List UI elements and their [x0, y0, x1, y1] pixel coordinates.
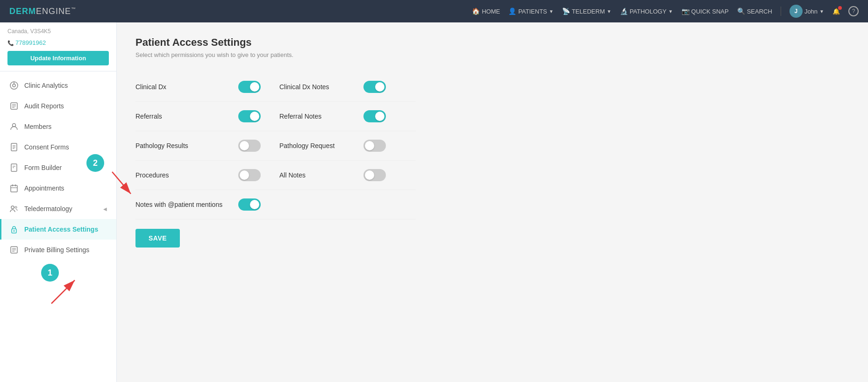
- pathology-icon: 🔬: [620, 7, 628, 15]
- nav-telederm-label: TELEDERM: [572, 8, 605, 15]
- sidebar-private-billing-settings-label: Private Billing Settings: [24, 246, 89, 254]
- all-notes-label: All Notes: [279, 171, 363, 179]
- settings-row-pathology: Pathology Results Pathology Request: [135, 131, 416, 161]
- brand-bold: DERM: [9, 7, 36, 16]
- sidebar-consent-forms-label: Consent Forms: [24, 143, 69, 151]
- nav-pathology-label: PATHOLOGY: [630, 8, 667, 15]
- sidebar-item-consent-forms[interactable]: Consent Forms: [0, 137, 116, 157]
- notifications-button[interactable]: 🔔: [832, 8, 840, 15]
- nav-divider: [781, 7, 781, 16]
- main-content: Patient Access Settings Select which per…: [117, 22, 868, 382]
- sidebar-item-members[interactable]: Members: [0, 116, 116, 137]
- nav-home-label: HOME: [482, 8, 500, 15]
- pathology-request-slider: [363, 140, 386, 152]
- home-icon: 🏠: [472, 7, 480, 15]
- svg-point-22: [14, 230, 15, 232]
- patient-access-settings-icon: [9, 225, 19, 234]
- private-billing-settings-icon: [9, 245, 19, 255]
- pathology-request-knob: [365, 141, 374, 150]
- sidebar-members-label: Members: [24, 123, 51, 130]
- sidebar-form-builder-label: Form Builder: [24, 164, 62, 171]
- update-information-button[interactable]: Update Information: [7, 51, 109, 65]
- sidebar-collapse-handle[interactable]: ◀: [116, 193, 117, 212]
- page-layout: Canada, V3S4K5 778991962 Update Informat…: [0, 22, 868, 382]
- appointments-icon: [9, 184, 19, 193]
- sidebar-item-teledermatology[interactable]: Teledermatology ◀: [0, 198, 116, 219]
- referrals-toggle[interactable]: [238, 110, 261, 122]
- help-button[interactable]: ?: [848, 6, 859, 16]
- search-icon: 🔍: [737, 7, 745, 15]
- procedures-toggle[interactable]: [238, 169, 261, 181]
- referrals-slider: [238, 110, 261, 122]
- pathology-results-toggle[interactable]: [238, 140, 261, 152]
- referral-notes-label: Referral Notes: [279, 113, 363, 120]
- sidebar-appointments-label: Appointments: [24, 184, 64, 192]
- clinical-dx-toggle[interactable]: [238, 81, 261, 93]
- consent-forms-icon: [9, 142, 19, 152]
- sidebar-teledermatology-label: Teledermatology: [24, 205, 72, 212]
- clinical-dx-notes-toggle[interactable]: [363, 81, 386, 93]
- sidebar-item-clinic-analytics[interactable]: Clinic Analytics: [0, 75, 116, 96]
- help-icon: ?: [848, 6, 859, 16]
- audit-reports-icon: [9, 101, 19, 111]
- clinical-dx-notes-label: Clinical Dx Notes: [279, 83, 363, 91]
- telederm-icon: 📡: [562, 7, 570, 15]
- pathology-results-knob: [240, 141, 249, 150]
- clinical-dx-notes-slider: [363, 81, 386, 93]
- svg-point-19: [11, 206, 14, 209]
- pathology-results-label: Pathology Results: [135, 142, 238, 149]
- referrals-label: Referrals: [135, 113, 238, 120]
- notes-mentions-label: Notes with @patient mentions: [135, 201, 238, 208]
- brand-light: ENGINE: [36, 7, 71, 16]
- settings-container: Clinical Dx Clinical Dx Notes Referrals: [135, 72, 416, 248]
- sidebar-item-private-billing-settings[interactable]: Private Billing Settings: [0, 240, 116, 260]
- pathology-results-slider: [238, 140, 261, 152]
- clinical-dx-slider: [238, 81, 261, 93]
- svg-rect-15: [11, 185, 17, 192]
- sidebar-item-form-builder[interactable]: Form Builder: [0, 157, 116, 178]
- sidebar-clinic-analytics-label: Clinic Analytics: [24, 82, 68, 89]
- sidebar-patient-access-settings-label: Patient Access Settings: [24, 226, 98, 233]
- page-title: Patient Access Settings: [135, 36, 849, 49]
- sidebar-nav: Clinic Analytics Audit Reports Members C…: [0, 71, 116, 264]
- user-avatar: J: [790, 5, 803, 18]
- top-navigation: DERMENGINE™ 🏠 HOME 👤 PATIENTS ▼ 📡 TELEDE…: [0, 0, 868, 22]
- notes-mentions-knob: [250, 200, 259, 209]
- all-notes-knob: [365, 170, 374, 180]
- teledermatology-icon: [9, 204, 19, 213]
- procedures-label: Procedures: [135, 171, 238, 179]
- notification-badge: [838, 6, 842, 10]
- clinic-analytics-icon: [9, 81, 19, 90]
- nav-search[interactable]: 🔍 SEARCH: [737, 7, 772, 15]
- topnav-right-group: 🏠 HOME 👤 PATIENTS ▼ 📡 TELEDERM ▼ 🔬 PATHO…: [472, 5, 859, 18]
- all-notes-slider: [363, 169, 386, 181]
- all-notes-toggle[interactable]: [363, 169, 386, 181]
- nav-pathology[interactable]: 🔬 PATHOLOGY ▼: [620, 7, 673, 15]
- save-button[interactable]: SAVE: [135, 229, 180, 248]
- clinical-dx-notes-knob: [375, 82, 384, 92]
- sidebar: Canada, V3S4K5 778991962 Update Informat…: [0, 22, 117, 382]
- pathology-request-label: Pathology Request: [279, 142, 363, 149]
- quicksnap-icon: 📷: [682, 7, 690, 15]
- nav-patients-label: PATIENTS: [518, 8, 547, 15]
- settings-row-referrals: Referrals Referral Notes: [135, 102, 416, 131]
- sidebar-item-audit-reports[interactable]: Audit Reports: [0, 96, 116, 116]
- procedures-slider: [238, 169, 261, 181]
- user-menu[interactable]: J John ▼: [790, 5, 824, 18]
- teledermatology-caret-icon: ◀: [103, 206, 107, 212]
- nav-patients[interactable]: 👤 PATIENTS ▼: [508, 7, 554, 15]
- referral-notes-toggle[interactable]: [363, 110, 386, 122]
- nav-quicksnap[interactable]: 📷 QUICK SNAP: [682, 7, 729, 15]
- user-caret-icon: ▼: [819, 9, 824, 14]
- nav-quicksnap-label: QUICK SNAP: [691, 8, 729, 15]
- sidebar-item-appointments[interactable]: Appointments: [0, 178, 116, 198]
- pathology-request-toggle[interactable]: [363, 140, 386, 152]
- nav-home[interactable]: 🏠 HOME: [472, 7, 500, 15]
- settings-row-clinical-dx: Clinical Dx Clinical Dx Notes: [135, 72, 416, 102]
- page-subtitle: Select which permissions you wish to giv…: [135, 51, 849, 58]
- sidebar-item-patient-access-settings[interactable]: Patient Access Settings: [0, 219, 116, 240]
- sidebar-address: Canada, V3S4K5: [7, 28, 109, 35]
- nav-telederm[interactable]: 📡 TELEDERM ▼: [562, 7, 612, 15]
- notes-mentions-toggle[interactable]: [238, 198, 261, 211]
- referral-notes-knob: [375, 112, 384, 121]
